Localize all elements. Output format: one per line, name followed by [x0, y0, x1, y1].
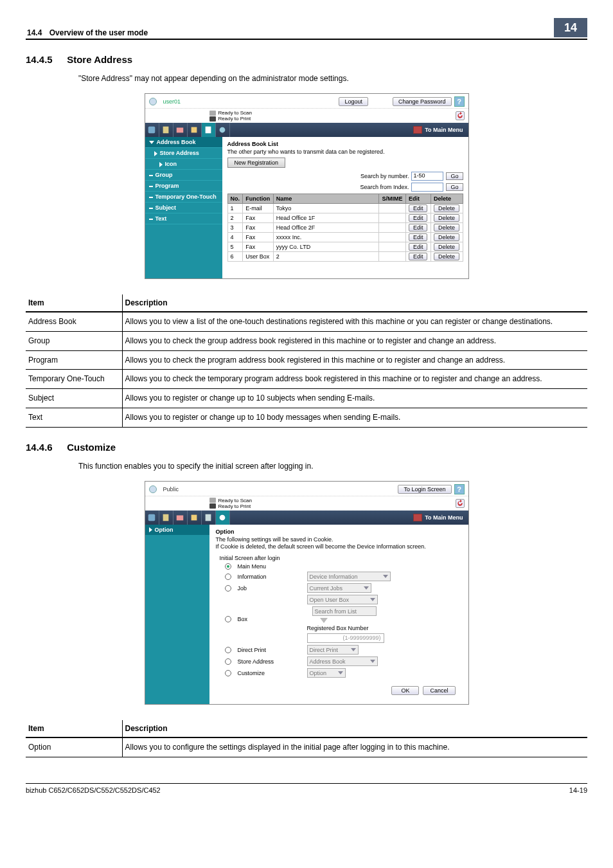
dropdown-information[interactable]: Device Information: [307, 572, 391, 581]
svg-rect-8: [177, 515, 184, 520]
refresh-icon-2[interactable]: [456, 499, 465, 508]
number-range-select[interactable]: 1-50: [411, 172, 443, 181]
registered-box-label: Registered Box Number: [307, 625, 384, 631]
tab-info-icon[interactable]: [145, 123, 159, 137]
th-desc: Description: [122, 294, 587, 312]
tab-box-icon-2[interactable]: [173, 511, 188, 525]
user-icon: [149, 98, 157, 105]
sidebar-item-group[interactable]: Group: [145, 170, 222, 181]
table-row: 1E-mailTokyoEditDelete: [227, 204, 463, 213]
col-smime: S/MIME: [379, 194, 405, 204]
panel-title-2: Option: [216, 529, 462, 535]
help-icon[interactable]: ?: [454, 96, 465, 107]
tab-address-icon-2[interactable]: [202, 511, 216, 525]
edit-button[interactable]: Edit: [409, 214, 428, 222]
tab-address-icon[interactable]: [202, 123, 216, 137]
sidebar-item-store-address[interactable]: Store Address: [145, 148, 222, 159]
user-icon-2: [149, 485, 157, 493]
table-row: GroupAllows you to check the group addre…: [26, 331, 587, 350]
section-number: 14.4: [27, 28, 42, 37]
tab-customize-icon[interactable]: [216, 123, 230, 137]
edit-button[interactable]: Edit: [409, 253, 428, 260]
dropdown-job[interactable]: Current Jobs: [307, 583, 371, 593]
go-button-2[interactable]: Go: [446, 183, 463, 191]
dropdown-direct-print[interactable]: Direct Print: [307, 645, 359, 655]
svg-rect-10: [206, 514, 211, 521]
delete-button[interactable]: Delete: [434, 214, 459, 222]
radio-customize[interactable]: [225, 670, 231, 676]
dropdown-customize[interactable]: Option: [307, 668, 346, 678]
printer-icon: [209, 116, 216, 122]
label-direct-print: Direct Print: [238, 647, 302, 653]
radio-main-menu[interactable]: [225, 563, 231, 570]
edit-button[interactable]: Edit: [409, 243, 428, 251]
main-menu-label-2: To Main Menu: [425, 514, 463, 521]
edit-button[interactable]: Edit: [409, 224, 428, 231]
login-screen-button[interactable]: To Login Screen: [398, 485, 451, 494]
radio-store-address[interactable]: [225, 658, 231, 665]
go-button-1[interactable]: Go: [446, 172, 463, 180]
registered-box-input[interactable]: (1-999999999): [307, 633, 384, 643]
table-row: 6User Box2EditDelete: [227, 252, 463, 262]
svg-rect-4: [206, 127, 211, 134]
radio-direct-print[interactable]: [225, 647, 231, 653]
search-from-index-label: Search from Index.: [360, 184, 409, 190]
tab-job-icon[interactable]: [159, 123, 173, 137]
delete-button[interactable]: Delete: [434, 224, 459, 231]
table-row: TextAllows you to register or change up …: [26, 408, 587, 427]
dropdown-box-2[interactable]: Search from List: [312, 606, 377, 616]
chapter-badge: 14: [554, 18, 587, 37]
scanner-icon-2: [209, 498, 216, 503]
svg-rect-0: [148, 127, 155, 134]
tab-box-icon[interactable]: [173, 123, 188, 137]
tab-strip: To Main Menu: [145, 123, 468, 137]
svg-rect-6: [148, 514, 155, 521]
tab-print-icon-2[interactable]: [188, 511, 202, 525]
refresh-icon[interactable]: [456, 111, 465, 120]
main-panel-2: Option The following settings will be sa…: [209, 525, 468, 704]
radio-box[interactable]: [225, 616, 231, 622]
panel-note: The other party who wants to transmit da…: [227, 149, 463, 155]
main-menu-button[interactable]: To Main Menu: [408, 123, 468, 137]
table-row: 3FaxHead Office 2FEditDelete: [227, 223, 463, 233]
tab-print-icon[interactable]: [188, 123, 202, 137]
sidebar-item-subject[interactable]: Subject: [145, 203, 222, 213]
note-line-1: The following settings will be saved in …: [216, 536, 462, 544]
cancel-button[interactable]: Cancel: [423, 686, 455, 695]
dropdown-store-address[interactable]: Address Book: [307, 656, 378, 666]
svg-rect-2: [177, 128, 184, 133]
edit-button[interactable]: Edit: [409, 233, 428, 241]
sidebar-item-address-book[interactable]: Address Book: [145, 137, 222, 148]
dropdown-box-1[interactable]: Open User Box: [307, 595, 378, 604]
change-password-button[interactable]: Change Password: [393, 97, 452, 106]
sidebar-item-temp-onetouch[interactable]: Temporary One-Touch: [145, 192, 222, 203]
sidebar-item-program[interactable]: Program: [145, 181, 222, 192]
edit-button[interactable]: Edit: [409, 204, 428, 212]
sidebar-item-text[interactable]: Text: [145, 213, 222, 224]
delete-button[interactable]: Delete: [434, 233, 459, 241]
heading-title: Store Address: [67, 54, 132, 65]
section-title: Overview of the user mode: [49, 28, 148, 37]
delete-button[interactable]: Delete: [434, 243, 459, 251]
delete-button[interactable]: Delete: [434, 204, 459, 212]
sidebar-item-icon[interactable]: Icon: [145, 159, 222, 170]
radio-job[interactable]: [225, 585, 231, 592]
sidebar: Address Book Store Address Icon Group Pr…: [145, 137, 222, 278]
new-registration-button[interactable]: New Registration: [227, 158, 286, 168]
delete-button[interactable]: Delete: [434, 253, 459, 260]
table-row: Address BookAllows you to view a list of…: [26, 312, 587, 331]
status-print: Ready to Print: [218, 116, 251, 122]
help-icon-2[interactable]: ?: [454, 484, 465, 494]
status-scan-2: Ready to Scan: [218, 498, 252, 503]
th-item: Item: [26, 294, 122, 312]
address-table: No. Function Name S/MIME Edit Delete 1E-…: [227, 194, 463, 262]
tab-job-icon-2[interactable]: [159, 511, 173, 525]
logout-button[interactable]: Logout: [339, 97, 368, 106]
tab-info-icon-2[interactable]: [145, 511, 159, 525]
ok-button[interactable]: OK: [391, 686, 419, 695]
index-select[interactable]: [411, 183, 443, 192]
main-menu-button-2[interactable]: To Main Menu: [408, 511, 468, 525]
sidebar-item-option[interactable]: Option: [145, 525, 209, 535]
radio-information[interactable]: [225, 574, 231, 580]
tab-customize-icon-2[interactable]: [216, 511, 230, 525]
